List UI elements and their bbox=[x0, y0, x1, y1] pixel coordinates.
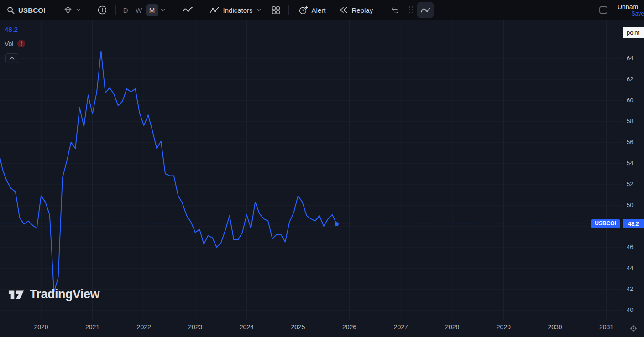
replay-label: Replay bbox=[351, 6, 373, 14]
chart-pane[interactable]: 48.2 Vol ! USBCOI TradingView bbox=[0, 20, 623, 319]
layout-save-group: Unnam Save bbox=[618, 3, 644, 17]
alert-label: Alert bbox=[312, 6, 326, 14]
interval-group: DWM bbox=[120, 4, 158, 16]
price-tick-label: 56 bbox=[627, 139, 633, 145]
grid-layout-icon bbox=[271, 5, 281, 15]
separator bbox=[288, 5, 289, 15]
last-price-dot bbox=[335, 222, 339, 226]
price-tick-label: 46 bbox=[627, 244, 633, 250]
time-axis[interactable]: 2020202120222023202420252026202720282029… bbox=[0, 319, 644, 337]
symbol-price-label: USBCOI bbox=[591, 219, 620, 228]
compare-button[interactable] bbox=[92, 2, 113, 18]
year-tick-label[interactable]: 2021 bbox=[85, 323, 99, 331]
chart-legend: 48.2 Vol ! bbox=[5, 26, 25, 63]
diamond-icon bbox=[63, 5, 73, 15]
volume-legend-row: Vol ! bbox=[5, 40, 25, 47]
price-chart bbox=[0, 20, 623, 319]
price-tick-label: 44 bbox=[627, 264, 633, 271]
replay-rewind-icon bbox=[338, 5, 348, 15]
undo-button[interactable] bbox=[385, 2, 404, 18]
last-price-tag: 48.2 bbox=[623, 219, 644, 228]
price-tick-label: 50 bbox=[627, 202, 633, 208]
legend-collapse-button[interactable] bbox=[5, 53, 18, 63]
price-line-series bbox=[0, 51, 336, 292]
chevron-up-icon bbox=[9, 57, 15, 60]
tradingview-watermark: TradingView bbox=[8, 287, 99, 301]
alert-clock-icon bbox=[298, 5, 309, 16]
year-tick-label[interactable]: 2023 bbox=[188, 323, 202, 331]
layout-manager-button[interactable] bbox=[595, 2, 612, 18]
top-toolbar: USBCOI DWM bbox=[0, 0, 644, 20]
indicators-label: Indicators bbox=[223, 6, 253, 14]
symbol-name: USBCOI bbox=[18, 6, 46, 14]
alert-button[interactable]: Alert bbox=[292, 2, 332, 18]
undo-arrow-icon bbox=[390, 5, 400, 15]
market-dropdown[interactable] bbox=[59, 2, 86, 18]
interval-button-d[interactable]: D bbox=[120, 4, 132, 16]
draw-curve-icon bbox=[420, 5, 431, 15]
year-tick-label[interactable]: 2022 bbox=[137, 323, 151, 331]
save-button[interactable]: Save bbox=[632, 10, 644, 17]
price-tick-label: 62 bbox=[627, 76, 633, 83]
year-tick-label[interactable]: 2028 bbox=[445, 323, 459, 331]
year-tick-label[interactable]: 2029 bbox=[497, 323, 511, 331]
year-tick-label[interactable]: 2026 bbox=[342, 323, 356, 331]
price-tick-label: 40 bbox=[627, 306, 633, 313]
separator bbox=[382, 5, 382, 15]
chart-style-button[interactable] bbox=[176, 2, 199, 18]
separator bbox=[115, 5, 116, 15]
year-tick-label[interactable]: 2031 bbox=[599, 323, 613, 331]
toolbar-drag-handle[interactable] bbox=[409, 6, 414, 14]
year-tick-label[interactable]: 2020 bbox=[34, 323, 48, 331]
symbol-search-button[interactable]: USBCOI bbox=[2, 2, 53, 18]
chevron-down-icon bbox=[256, 7, 262, 13]
axis-corner bbox=[623, 319, 644, 337]
indicators-icon bbox=[209, 5, 220, 15]
watermark-text: TradingView bbox=[30, 287, 99, 301]
line-chart-style-icon bbox=[182, 5, 193, 15]
layout-square-icon bbox=[598, 5, 608, 15]
gear-icon bbox=[629, 324, 638, 332]
year-tick-label[interactable]: 2025 bbox=[291, 323, 305, 331]
year-tick-label[interactable]: 2024 bbox=[240, 323, 254, 331]
price-tick-label: 42 bbox=[627, 285, 633, 292]
search-icon bbox=[6, 6, 15, 15]
price-axis[interactable]: point 6462605856545250484644424048.2 bbox=[623, 20, 644, 319]
tradingview-app: USBCOI DWM bbox=[0, 0, 644, 337]
tradingview-logo-icon bbox=[8, 288, 25, 301]
price-tick-label: 64 bbox=[627, 55, 633, 62]
price-tick-label: 54 bbox=[627, 160, 633, 166]
drawing-tool-button[interactable] bbox=[417, 2, 434, 18]
legend-value: 48.2 bbox=[5, 26, 25, 33]
replay-button[interactable]: Replay bbox=[332, 2, 379, 18]
separator bbox=[89, 5, 89, 15]
interval-button-w[interactable]: W bbox=[133, 4, 145, 16]
price-tick-label: 60 bbox=[627, 97, 633, 104]
year-tick-label[interactable]: 2030 bbox=[548, 323, 562, 331]
chevron-down-icon bbox=[76, 7, 81, 13]
price-tick-label: 58 bbox=[627, 118, 633, 124]
price-unit-label[interactable]: point bbox=[623, 27, 644, 38]
plus-circle-icon bbox=[97, 5, 107, 15]
separator bbox=[173, 5, 173, 15]
year-tick-label[interactable]: 2027 bbox=[394, 323, 408, 331]
separator bbox=[202, 5, 202, 15]
interval-button-m[interactable]: M bbox=[146, 4, 158, 16]
timezone-settings-button[interactable] bbox=[628, 322, 639, 334]
indicators-button[interactable]: Indicators bbox=[205, 2, 266, 18]
volume-label: Vol bbox=[5, 40, 13, 47]
separator bbox=[56, 5, 56, 15]
indicator-templates-button[interactable] bbox=[266, 2, 286, 18]
chevron-down-icon bbox=[160, 7, 166, 13]
price-tick-label: 52 bbox=[627, 181, 633, 187]
interval-menu-button[interactable] bbox=[159, 2, 170, 18]
volume-error-badge[interactable]: ! bbox=[17, 40, 25, 47]
layout-name[interactable]: Unnam bbox=[618, 3, 638, 10]
